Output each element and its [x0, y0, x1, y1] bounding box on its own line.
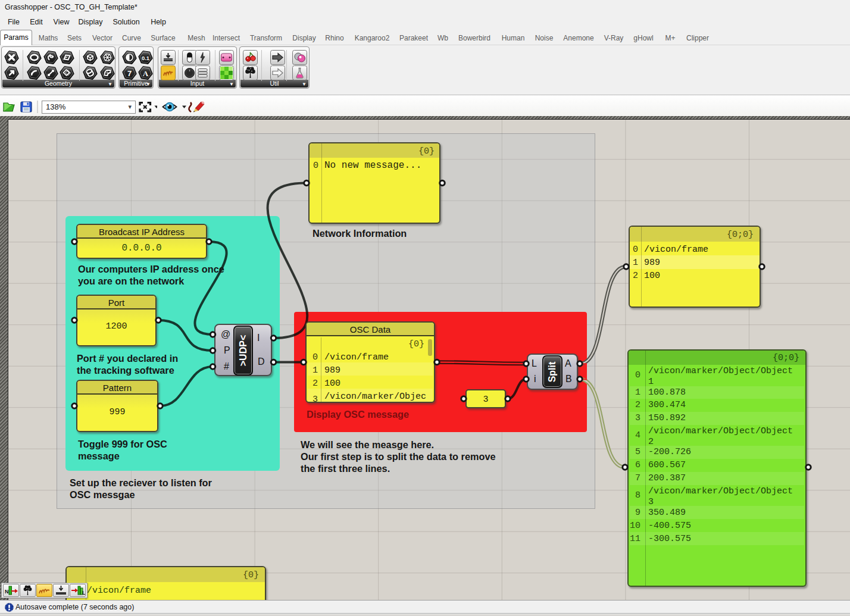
svg-text:0.1: 0.1 [142, 55, 150, 61]
svg-text:L: L [82, 590, 85, 596]
svg-text:A: A [143, 69, 149, 78]
svg-text:7: 7 [127, 69, 132, 78]
svg-text:N: N [5, 589, 9, 595]
